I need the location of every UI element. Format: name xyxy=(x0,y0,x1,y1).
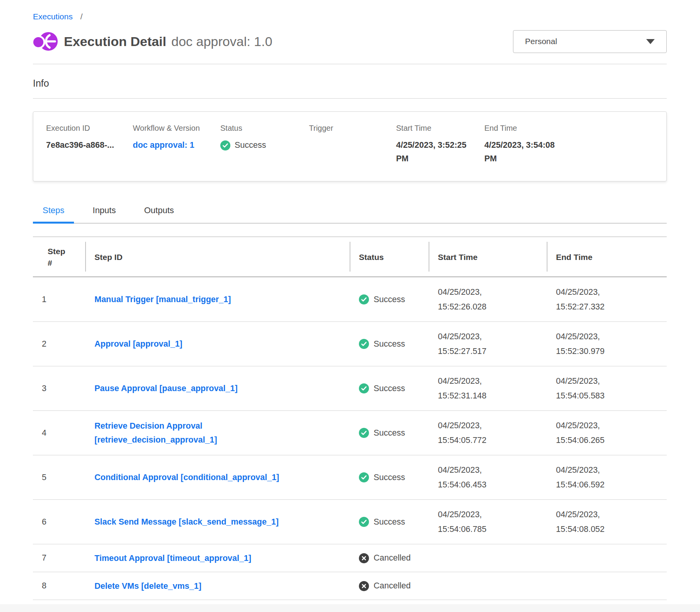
workspace-dropdown[interactable]: Personal xyxy=(513,30,667,53)
step-end-time: 04/25/2023, 15:54:06.265 xyxy=(547,418,667,448)
step-number: 1 xyxy=(33,295,85,304)
tab-inputs[interactable]: Inputs xyxy=(83,205,125,224)
step-number: 2 xyxy=(33,339,85,349)
status-text: Success xyxy=(374,517,405,527)
status-text: Success xyxy=(374,473,405,482)
page-subtitle: doc approval: 1.0 xyxy=(172,34,273,49)
column-header-step-num: Step # xyxy=(33,238,85,276)
info-divider xyxy=(33,98,667,99)
step-start-time: 04/25/2023, 15:54:05.772 xyxy=(429,418,547,448)
step-id-link[interactable]: Manual Trigger [manual_trigger_1] xyxy=(94,292,231,306)
info-card: Execution ID 7e8ac396-a868-... Workflow … xyxy=(33,111,667,181)
step-id-link[interactable]: Retrieve Decision Approval [retrieve_dec… xyxy=(94,419,296,447)
step-status: Success xyxy=(350,383,429,393)
column-header-step-id: Step ID xyxy=(85,238,350,276)
step-number: 6 xyxy=(33,517,85,527)
cancelled-icon xyxy=(359,553,369,563)
table-row: 2 Approval [approval_1] Success 04/25/20… xyxy=(33,322,667,366)
field-label: Status xyxy=(220,124,302,133)
steps-table: Step # Step ID Status Start Time End Tim… xyxy=(33,236,667,600)
page-title: Execution Detail xyxy=(64,34,166,49)
header-divider xyxy=(33,64,667,64)
step-id-link[interactable]: Approval [approval_1] xyxy=(94,337,182,351)
table-row: 5 Conditional Approval [conditional_appr… xyxy=(33,455,667,500)
step-id-link[interactable]: Pause Approval [pause_approval_1] xyxy=(94,381,238,395)
field-label: End Time xyxy=(484,124,578,133)
step-id-link[interactable]: Delete VMs [delete_vms_1] xyxy=(94,579,201,593)
table-row: 8 Delete VMs [delete_vms_1] Cancelled xyxy=(33,572,667,600)
field-label: Start Time xyxy=(396,124,477,133)
table-row: 1 Manual Trigger [manual_trigger_1] Succ… xyxy=(33,277,667,322)
step-end-time xyxy=(547,553,667,563)
success-icon xyxy=(359,472,369,482)
end-time-value: 4/25/2023, 3:54:08 PM xyxy=(484,138,564,166)
step-status: Success xyxy=(350,472,429,482)
table-row: 6 Slack Send Message [slack_send_message… xyxy=(33,500,667,544)
field-label: Workflow & Version xyxy=(133,124,213,133)
step-end-time: 04/25/2023, 15:52:27.332 xyxy=(547,285,667,314)
step-id-link[interactable]: Conditional Approval [conditional_approv… xyxy=(94,470,279,484)
step-status: Success xyxy=(350,294,429,304)
success-icon xyxy=(220,140,230,150)
step-id-link[interactable]: Timeout Approval [timeout_approval_1] xyxy=(94,551,251,565)
page-bottom-strip xyxy=(0,604,700,612)
success-icon xyxy=(359,294,369,304)
info-section-title: Info xyxy=(33,78,667,89)
step-id-link[interactable]: Slack Send Message [slack_send_message_1… xyxy=(94,515,279,529)
workflow-version-link[interactable]: doc approval: 1 xyxy=(133,138,213,152)
breadcrumb: Executions / xyxy=(33,12,667,21)
workspace-dropdown-value: Personal xyxy=(525,37,646,46)
step-start-time: 04/25/2023, 15:54:06.453 xyxy=(429,463,547,492)
column-header-end-time: End Time xyxy=(547,238,667,276)
table-body: 1 Manual Trigger [manual_trigger_1] Succ… xyxy=(33,277,667,600)
table-row: 3 Pause Approval [pause_approval_1] Succ… xyxy=(33,366,667,411)
cancelled-icon xyxy=(359,581,369,591)
status-text: Success xyxy=(374,384,405,393)
field-workflow-version: Workflow & Version doc approval: 1 xyxy=(133,124,220,166)
status-text: Success xyxy=(374,339,405,349)
success-icon xyxy=(359,339,369,349)
step-status: Cancelled xyxy=(350,553,429,563)
field-trigger: Trigger xyxy=(309,124,396,166)
step-start-time: 04/25/2023, 15:54:06.785 xyxy=(429,507,547,537)
status-text: Success xyxy=(374,428,405,438)
page-header: Execution Detail doc approval: 1.0 Perso… xyxy=(33,29,667,53)
step-start-time: 04/25/2023, 15:52:26.028 xyxy=(429,285,547,314)
field-execution-id: Execution ID 7e8ac396-a868-... xyxy=(46,124,133,166)
status-text: Cancelled xyxy=(374,581,411,591)
table-row: 7 Timeout Approval [timeout_approval_1] … xyxy=(33,544,667,572)
step-status: Success xyxy=(350,517,429,527)
field-label: Trigger xyxy=(309,124,389,133)
step-end-time: 04/25/2023, 15:54:08.052 xyxy=(547,507,667,537)
step-status: Cancelled xyxy=(350,581,429,591)
step-end-time: 04/25/2023, 15:54:05.583 xyxy=(547,374,667,403)
workflow-logo-icon xyxy=(33,30,58,53)
step-number: 3 xyxy=(33,384,85,393)
success-icon xyxy=(359,517,369,527)
column-header-start-time: Start Time xyxy=(429,238,547,276)
tab-steps[interactable]: Steps xyxy=(33,205,74,224)
table-row: 4 Retrieve Decision Approval [retrieve_d… xyxy=(33,411,667,455)
tab-outputs[interactable]: Outputs xyxy=(134,205,184,224)
step-number: 5 xyxy=(33,473,85,482)
step-start-time xyxy=(429,581,547,591)
step-end-time: 04/25/2023, 15:52:30.979 xyxy=(547,329,667,359)
start-time-value: 4/25/2023, 3:52:25 PM xyxy=(396,138,475,166)
status-text: Success xyxy=(235,138,266,152)
step-start-time: 04/25/2023, 15:52:31.148 xyxy=(429,374,547,403)
success-icon xyxy=(359,383,369,393)
column-header-status: Status xyxy=(350,238,429,276)
execution-detail-page: Executions / Execution Detail doc approv… xyxy=(33,0,667,600)
field-start-time: Start Time 4/25/2023, 3:52:25 PM xyxy=(396,124,484,166)
breadcrumb-executions-link[interactable]: Executions xyxy=(33,12,73,21)
field-end-time: End Time 4/25/2023, 3:54:08 PM xyxy=(484,124,585,166)
success-icon xyxy=(359,428,369,438)
tab-bar: Steps Inputs Outputs xyxy=(33,205,667,224)
step-number: 8 xyxy=(33,581,85,591)
status-text: Success xyxy=(374,295,405,304)
field-status: Status Success xyxy=(220,124,309,166)
chevron-down-icon xyxy=(646,39,655,44)
step-status: Success xyxy=(350,428,429,438)
step-end-time: 04/25/2023, 15:54:06.592 xyxy=(547,463,667,492)
step-number: 7 xyxy=(33,553,85,563)
